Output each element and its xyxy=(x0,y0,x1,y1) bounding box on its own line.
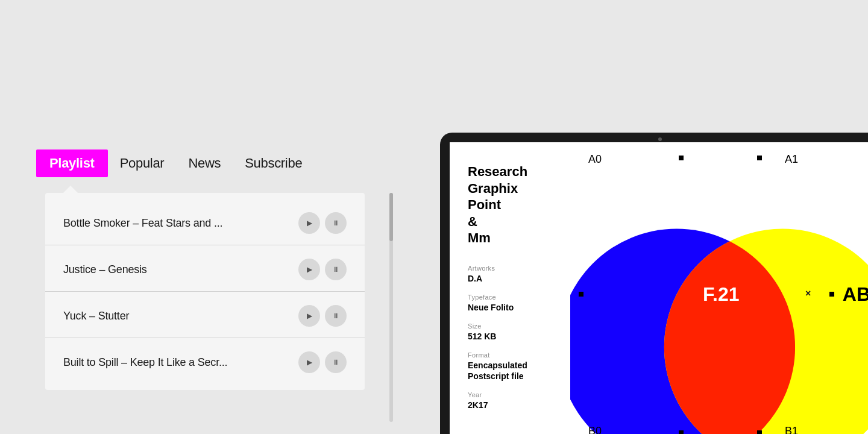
typeface-row: Typeface Neue Folito xyxy=(468,294,552,313)
tab-news[interactable]: News xyxy=(176,151,233,176)
play-button-4[interactable]: ▶ xyxy=(298,351,320,373)
play-button-3[interactable]: ▶ xyxy=(298,305,320,327)
format-row: Format EencapsulatedPostscript file xyxy=(468,351,552,382)
col-label-b1: B1 xyxy=(785,425,798,434)
col-label-a1: A1 xyxy=(785,153,798,166)
scrollbar-thumb[interactable] xyxy=(389,193,393,241)
grid-dot-mid-left xyxy=(579,292,583,297)
size-label: Size xyxy=(468,322,552,330)
venn-x-label: × xyxy=(805,288,811,299)
pause-button-2[interactable]: ⏸ xyxy=(325,259,347,280)
artworks-value: D.A xyxy=(468,273,552,284)
track-title-3: Yuck – Stutter xyxy=(63,310,286,322)
grid-dot-bot-left xyxy=(679,430,684,434)
list-item: Built to Spill – Keep It Like a Secr... … xyxy=(45,338,365,384)
size-row: Size 512 KB xyxy=(468,322,552,342)
nav-tabs: Playlist Popular News Subscribe xyxy=(36,149,314,177)
venn-center-label: F.21 xyxy=(703,283,739,306)
right-panel: ResearchGraphixPoint&Mm Artworks D.A Typ… xyxy=(398,0,868,434)
typeface-value: Neue Folito xyxy=(468,302,552,313)
device-screen: ResearchGraphixPoint&Mm Artworks D.A Typ… xyxy=(450,142,868,434)
track-controls-3: ▶ ⏸ xyxy=(298,305,347,327)
pause-icon-1: ⏸ xyxy=(332,219,339,227)
pause-button-4[interactable]: ⏸ xyxy=(325,351,347,373)
device-frame: ResearchGraphixPoint&Mm Artworks D.A Typ… xyxy=(440,133,868,434)
tab-playlist[interactable]: Playlist xyxy=(36,149,108,177)
play-icon-2: ▶ xyxy=(307,265,312,274)
grid-dot-top-right xyxy=(757,156,762,160)
year-value: 2K17 xyxy=(468,400,552,410)
size-value: 512 KB xyxy=(468,331,552,342)
track-controls-4: ▶ ⏸ xyxy=(298,351,347,373)
col-label-a0: A0 xyxy=(588,153,602,166)
play-icon-1: ▶ xyxy=(307,219,312,227)
typeface-label: Typeface xyxy=(468,294,552,301)
list-item: Yuck – Stutter ▶ ⏸ xyxy=(45,292,365,338)
grid-dot-top-left xyxy=(679,156,684,160)
play-button-2[interactable]: ▶ xyxy=(298,259,320,280)
pause-button-3[interactable]: ⏸ xyxy=(325,305,347,327)
play-icon-3: ▶ xyxy=(307,312,312,320)
camera-dot xyxy=(658,137,662,141)
play-button-1[interactable]: ▶ xyxy=(298,212,320,234)
grid-dot-mid-right xyxy=(829,292,834,297)
tab-subscribe[interactable]: Subscribe xyxy=(233,151,314,176)
pause-button-1[interactable]: ⏸ xyxy=(325,212,347,234)
pause-icon-4: ⏸ xyxy=(332,358,339,366)
grid-dot-bot-right xyxy=(757,430,762,434)
list-item: Justice – Genesis ▶ ⏸ xyxy=(45,245,365,292)
pause-icon-3: ⏸ xyxy=(332,312,339,320)
font-info-panel: ResearchGraphixPoint&Mm Artworks D.A Typ… xyxy=(450,142,570,434)
artworks-label: Artworks xyxy=(468,265,552,272)
pause-icon-2: ⏸ xyxy=(332,265,339,274)
play-icon-4: ▶ xyxy=(307,358,312,366)
list-item: Bottle Smoker – Feat Stars and ... ▶ ⏸ xyxy=(45,199,365,245)
venn-ab-label: AB xyxy=(843,283,868,306)
format-label: Format xyxy=(468,351,552,359)
scrollbar[interactable] xyxy=(389,193,393,422)
col-label-b0: B0 xyxy=(588,425,602,434)
venn-diagram-area: A0 A1 xyxy=(570,142,868,434)
artworks-row: Artworks D.A xyxy=(468,265,552,284)
track-title-1: Bottle Smoker – Feat Stars and ... xyxy=(63,217,286,230)
track-controls-2: ▶ ⏸ xyxy=(298,259,347,280)
font-title: ResearchGraphixPoint&Mm xyxy=(468,163,552,247)
left-panel: Playlist Popular News Subscribe Bottle S… xyxy=(0,0,398,434)
scrollbar-track xyxy=(389,193,393,422)
track-title-4: Built to Spill – Keep It Like a Secr... xyxy=(63,356,286,369)
playlist-card: Bottle Smoker – Feat Stars and ... ▶ ⏸ J… xyxy=(45,193,365,390)
year-label: Year xyxy=(468,391,552,398)
track-controls-1: ▶ ⏸ xyxy=(298,212,347,234)
tab-popular[interactable]: Popular xyxy=(108,151,177,176)
track-title-2: Justice – Genesis xyxy=(63,263,286,276)
format-value: EencapsulatedPostscript file xyxy=(468,360,552,382)
year-row: Year 2K17 xyxy=(468,391,552,410)
